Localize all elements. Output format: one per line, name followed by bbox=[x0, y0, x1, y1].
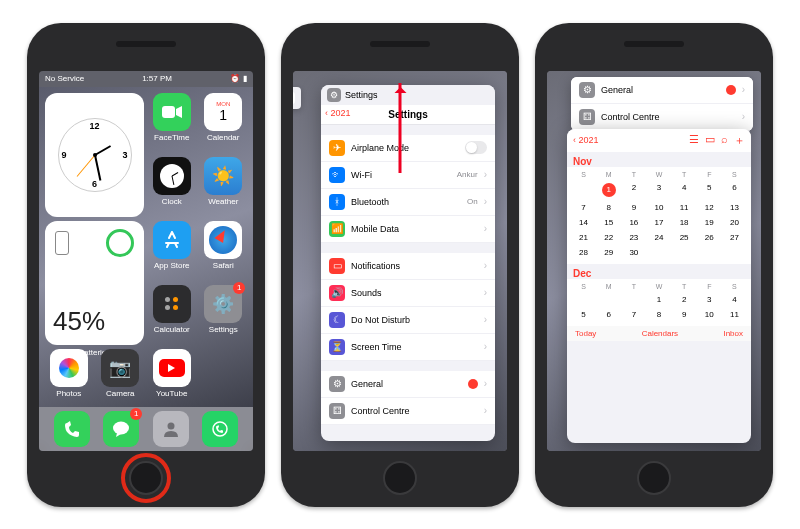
calendar-day[interactable] bbox=[571, 292, 596, 307]
calendar-day[interactable] bbox=[596, 292, 621, 307]
add-event-icon[interactable]: ＋ bbox=[734, 133, 745, 148]
dock-whatsapp[interactable] bbox=[202, 411, 238, 447]
calendar-day[interactable]: 18 bbox=[672, 215, 697, 230]
row-mobiledata[interactable]: 📶 Mobile Data › bbox=[321, 216, 495, 243]
app-calendar[interactable]: MON 1 Calendar bbox=[200, 93, 248, 153]
calendar-day[interactable]: 6 bbox=[722, 180, 747, 200]
calendar-day[interactable]: 16 bbox=[621, 215, 646, 230]
row-general[interactable]: ⚙ General › bbox=[321, 371, 495, 398]
app-photos[interactable]: Photos bbox=[45, 349, 93, 409]
calendar-day[interactable]: 15 bbox=[596, 215, 621, 230]
calendar-day[interactable]: 10 bbox=[646, 200, 671, 215]
calendar-day[interactable]: 20 bbox=[722, 215, 747, 230]
calendar-day[interactable]: 2 bbox=[621, 180, 646, 200]
dock-phone[interactable] bbox=[54, 411, 90, 447]
calendar-back-year[interactable]: ‹ 2021 bbox=[573, 135, 599, 145]
calendar-day[interactable]: 21 bbox=[571, 230, 596, 245]
row-controlcentre[interactable]: ⚃ Control Centre › bbox=[571, 104, 753, 131]
clock-widget[interactable]: 12 3 6 9 Clock bbox=[45, 93, 144, 217]
calendar-day[interactable] bbox=[697, 245, 722, 260]
row-wifi[interactable]: ᯤ Wi-Fi Ankur › bbox=[321, 162, 495, 189]
calendar-day[interactable]: 26 bbox=[697, 230, 722, 245]
calendar-day[interactable]: 11 bbox=[672, 200, 697, 215]
calendar-day[interactable]: 5 bbox=[697, 180, 722, 200]
row-sounds[interactable]: 🔊 Sounds › bbox=[321, 280, 495, 307]
settings-card-peek-top[interactable]: ⚙ General › ⚃ Control Centre › bbox=[571, 77, 753, 131]
calendar-calendars[interactable]: Calendars bbox=[642, 329, 678, 338]
settings-card[interactable]: ⚙ Settings ‹ 2021 Settings ✈ Airplane Mo… bbox=[321, 85, 495, 441]
app-clock[interactable]: Clock bbox=[148, 157, 196, 217]
calendar-day[interactable]: 4 bbox=[722, 292, 747, 307]
app-switcher[interactable]: 1 ⚙ Settings ‹ 2021 Settings ✈ Airplane … bbox=[293, 71, 507, 451]
calendar-day[interactable]: 28 bbox=[571, 245, 596, 260]
calendar-day[interactable]: 22 bbox=[596, 230, 621, 245]
calendar-day[interactable]: 29 bbox=[596, 245, 621, 260]
calendar-day[interactable]: 24 bbox=[646, 230, 671, 245]
app-camera[interactable]: 📷 Camera bbox=[97, 349, 145, 409]
chevron-icon: › bbox=[484, 341, 487, 352]
row-dnd[interactable]: ☾ Do Not Disturb › bbox=[321, 307, 495, 334]
calendar-day[interactable]: 1 bbox=[646, 292, 671, 307]
calendar-day[interactable]: 7 bbox=[621, 307, 646, 322]
calendar-day[interactable]: 14 bbox=[571, 215, 596, 230]
dock-messages[interactable]: 1 bbox=[103, 411, 139, 447]
app-calculator[interactable]: Calculator bbox=[148, 285, 196, 345]
search-icon[interactable]: ⌕ bbox=[721, 133, 728, 148]
calendar-day[interactable]: 11 bbox=[722, 307, 747, 322]
day-view-icon[interactable]: ▭ bbox=[705, 133, 715, 148]
calendar-day[interactable]: 8 bbox=[646, 307, 671, 322]
app-youtube[interactable]: YouTube bbox=[148, 349, 196, 409]
app-settings[interactable]: ⚙️ 1 Settings bbox=[200, 285, 248, 345]
calendar-day[interactable]: 23 bbox=[621, 230, 646, 245]
calendar-day[interactable] bbox=[571, 180, 596, 200]
calendar-card-peek[interactable]: 1 bbox=[293, 87, 301, 109]
calendar-card[interactable]: ‹ 2021 ☰ ▭ ⌕ ＋ NovSMTWTFS123456789101112… bbox=[567, 129, 751, 443]
calendar-day[interactable]: 25 bbox=[672, 230, 697, 245]
calendar-day[interactable]: 8 bbox=[596, 200, 621, 215]
calendar-day[interactable]: 6 bbox=[596, 307, 621, 322]
dock-contacts[interactable] bbox=[153, 411, 189, 447]
calendar-day[interactable] bbox=[722, 245, 747, 260]
battery-ring-icon bbox=[106, 229, 134, 257]
row-general[interactable]: ⚙ General › bbox=[571, 77, 753, 104]
calendar-day[interactable] bbox=[646, 245, 671, 260]
calendar-day[interactable]: 10 bbox=[697, 307, 722, 322]
calendar-day[interactable]: 3 bbox=[697, 292, 722, 307]
calendar-day[interactable]: 30 bbox=[621, 245, 646, 260]
calendar-day[interactable]: 4 bbox=[672, 180, 697, 200]
calendar-inbox[interactable]: Inbox bbox=[723, 329, 743, 338]
row-notifications[interactable]: ▭ Notifications › bbox=[321, 253, 495, 280]
calendar-day[interactable]: 13 bbox=[722, 200, 747, 215]
calendar-day[interactable]: 7 bbox=[571, 200, 596, 215]
calendar-day[interactable]: 9 bbox=[672, 307, 697, 322]
back-button[interactable]: ‹ 2021 bbox=[325, 108, 351, 118]
calendar-day[interactable] bbox=[621, 292, 646, 307]
airplane-toggle[interactable] bbox=[465, 141, 487, 154]
row-screentime[interactable]: ⏳ Screen Time › bbox=[321, 334, 495, 361]
calendar-day[interactable] bbox=[672, 245, 697, 260]
home-button[interactable] bbox=[637, 461, 671, 495]
calendar-day[interactable]: 27 bbox=[722, 230, 747, 245]
calendar-day[interactable]: 17 bbox=[646, 215, 671, 230]
row-bluetooth[interactable]: ᚼ Bluetooth On › bbox=[321, 189, 495, 216]
row-controlcentre[interactable]: ⚃ Control Centre › bbox=[321, 398, 495, 425]
app-weather[interactable]: ☀️ Weather bbox=[200, 157, 248, 217]
calendar-day[interactable]: 2 bbox=[672, 292, 697, 307]
home-button[interactable] bbox=[383, 461, 417, 495]
app-switcher[interactable]: ⚙ General › ⚃ Control Centre › ‹ 2021 ☰ bbox=[547, 71, 761, 451]
status-bar: No Service 1:57 PM ⏰ ▮ bbox=[39, 71, 253, 87]
calendar-day[interactable]: 1 bbox=[596, 180, 621, 200]
calendar-day[interactable]: 12 bbox=[697, 200, 722, 215]
calendar-day[interactable]: 3 bbox=[646, 180, 671, 200]
batteries-widget[interactable]: 45% Batteries bbox=[45, 221, 144, 345]
app-safari[interactable]: Safari bbox=[200, 221, 248, 281]
list-view-icon[interactable]: ☰ bbox=[689, 133, 699, 148]
home-button[interactable] bbox=[129, 461, 163, 495]
app-facetime[interactable]: FaceTime bbox=[148, 93, 196, 153]
calendar-day[interactable]: 19 bbox=[697, 215, 722, 230]
calendar-day[interactable]: 5 bbox=[571, 307, 596, 322]
app-appstore[interactable]: App Store bbox=[148, 221, 196, 281]
calendar-today[interactable]: Today bbox=[575, 329, 596, 338]
calendar-day[interactable]: 9 bbox=[621, 200, 646, 215]
row-airplane[interactable]: ✈ Airplane Mode bbox=[321, 135, 495, 162]
